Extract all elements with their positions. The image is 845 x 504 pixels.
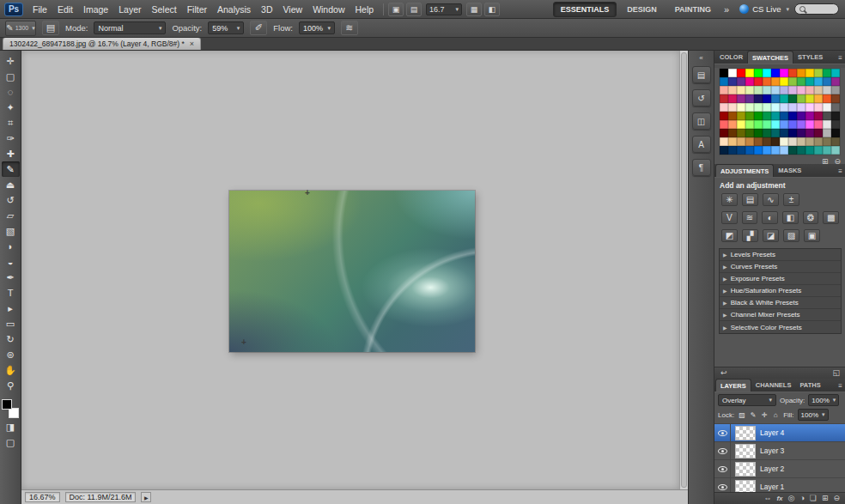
visibility-toggle[interactable] <box>714 424 731 441</box>
lock-transparency-icon[interactable]: ▨ <box>738 411 746 419</box>
swatch[interactable] <box>814 129 823 137</box>
menu-3d[interactable]: 3D <box>256 2 277 17</box>
swatch[interactable] <box>763 94 771 103</box>
color-chips[interactable] <box>1 398 20 419</box>
swatch[interactable] <box>728 77 737 86</box>
hue-saturation-icon[interactable]: ≋ <box>742 211 758 224</box>
swatch[interactable] <box>788 129 797 137</box>
swatch[interactable] <box>737 69 745 77</box>
tab-adjustments[interactable]: ADJUSTMENTS <box>715 164 774 177</box>
swatch[interactable] <box>823 77 831 86</box>
swatch[interactable] <box>771 86 780 94</box>
pen-tool[interactable]: ✒ <box>2 270 20 285</box>
menu-filter[interactable]: Filter <box>182 2 212 17</box>
selective-color-icon[interactable]: ▣ <box>804 229 820 242</box>
color-balance-icon[interactable]: ◐ <box>762 211 778 224</box>
swatch[interactable] <box>814 69 823 77</box>
clone-stamp-tool[interactable]: ⏏ <box>2 177 20 192</box>
visibility-toggle[interactable] <box>714 442 731 459</box>
swatch[interactable] <box>720 69 728 77</box>
swatch[interactable] <box>720 86 728 94</box>
swatch[interactable] <box>763 69 771 77</box>
swatch[interactable] <box>805 112 814 120</box>
swatch[interactable] <box>797 137 805 146</box>
swatch[interactable] <box>823 69 831 77</box>
swatch[interactable] <box>720 146 728 155</box>
new-layer-icon[interactable]: ⊞ <box>822 495 829 502</box>
shape-tool[interactable]: ▭ <box>2 316 20 331</box>
search-input[interactable] <box>794 3 839 15</box>
swatch[interactable] <box>797 146 805 155</box>
character-icon[interactable]: A <box>692 136 711 153</box>
swatch[interactable] <box>763 103 771 112</box>
levels-icon[interactable]: ▤ <box>742 193 758 206</box>
swatch[interactable] <box>823 129 831 137</box>
eraser-tool[interactable]: ▱ <box>2 208 20 223</box>
visibility-toggle[interactable] <box>714 460 731 477</box>
curves-icon[interactable]: ∿ <box>763 193 779 206</box>
swatch[interactable] <box>780 103 788 112</box>
menu-help[interactable]: Help <box>350 2 379 17</box>
swatch[interactable] <box>771 112 780 120</box>
vertical-scrollbar[interactable] <box>679 51 688 489</box>
swatch[interactable] <box>728 146 737 155</box>
3d-orbit-tool[interactable]: ⊚ <box>2 347 20 362</box>
paragraph-icon[interactable]: ¶ <box>692 159 711 176</box>
swatch[interactable] <box>745 69 754 77</box>
swatch[interactable] <box>745 146 754 155</box>
swatch[interactable] <box>788 86 797 94</box>
arrange-documents-icon[interactable]: ▦ <box>466 3 482 16</box>
airbrush-icon[interactable]: ≋ <box>341 21 358 35</box>
workspace-painting[interactable]: PAINTING <box>667 2 719 17</box>
eyedropper-tool[interactable]: ✑ <box>2 131 20 146</box>
swatch[interactable] <box>754 86 763 94</box>
swatch[interactable] <box>823 120 831 129</box>
swatch[interactable] <box>797 129 805 137</box>
swatch[interactable] <box>831 69 840 77</box>
swatch[interactable] <box>788 103 797 112</box>
posterize-icon[interactable]: ▞ <box>742 229 758 242</box>
swatch[interactable] <box>831 103 840 112</box>
swatch[interactable] <box>797 94 805 103</box>
swatch[interactable] <box>745 86 754 94</box>
swatch[interactable] <box>771 137 780 146</box>
swatch[interactable] <box>720 129 728 137</box>
preset-curves-presets[interactable]: ▶Curves Presets <box>720 261 841 273</box>
swatch[interactable] <box>780 86 788 94</box>
tablet-pressure-icon[interactable]: ✐ <box>250 21 267 35</box>
spot-healing-brush-tool[interactable]: ✚ <box>2 146 20 161</box>
mini-bridge-icon[interactable]: ▤ <box>692 66 711 83</box>
invert-icon[interactable]: ◩ <box>721 229 738 242</box>
swatch[interactable] <box>728 103 737 112</box>
swatch[interactable] <box>831 120 840 129</box>
swatch[interactable] <box>737 129 745 137</box>
quick-selection-tool[interactable]: ✦ <box>2 100 20 115</box>
swatch[interactable] <box>831 77 840 86</box>
layer-opacity-field[interactable]: 100% ▾ <box>808 394 839 406</box>
gradient-tool[interactable]: ▧ <box>2 223 20 239</box>
swatch[interactable] <box>720 137 728 146</box>
swatch[interactable] <box>797 86 805 94</box>
swatch[interactable] <box>754 77 763 86</box>
swatch[interactable] <box>814 103 823 112</box>
swatch[interactable] <box>823 137 831 146</box>
screen-mode-icon[interactable]: ◧ <box>484 3 500 16</box>
swatch[interactable] <box>814 112 823 120</box>
preset-exposure-presets[interactable]: ▶Exposure Presets <box>720 273 841 285</box>
swatch[interactable] <box>780 94 788 103</box>
tab-color[interactable]: COLOR <box>715 51 747 64</box>
path-selection-tool[interactable]: ▸ <box>2 301 20 316</box>
swatch[interactable] <box>745 120 754 129</box>
preset-channel-mixer-presets[interactable]: ▶Channel Mixer Presets <box>720 309 841 321</box>
new-group-icon[interactable]: ❏ <box>810 495 817 502</box>
swatch[interactable] <box>737 94 745 103</box>
foreground-color-chip[interactable] <box>2 399 12 410</box>
swatch[interactable] <box>771 103 780 112</box>
swatch[interactable] <box>797 69 805 77</box>
tab-styles[interactable]: STYLES <box>793 51 827 64</box>
cs-live-button[interactable]: CS Live ▾ <box>734 4 794 14</box>
workspace-design[interactable]: DESIGN <box>619 2 665 17</box>
swatch[interactable] <box>814 146 823 155</box>
swatch[interactable] <box>797 103 805 112</box>
crop-tool[interactable]: ⌗ <box>2 115 20 131</box>
